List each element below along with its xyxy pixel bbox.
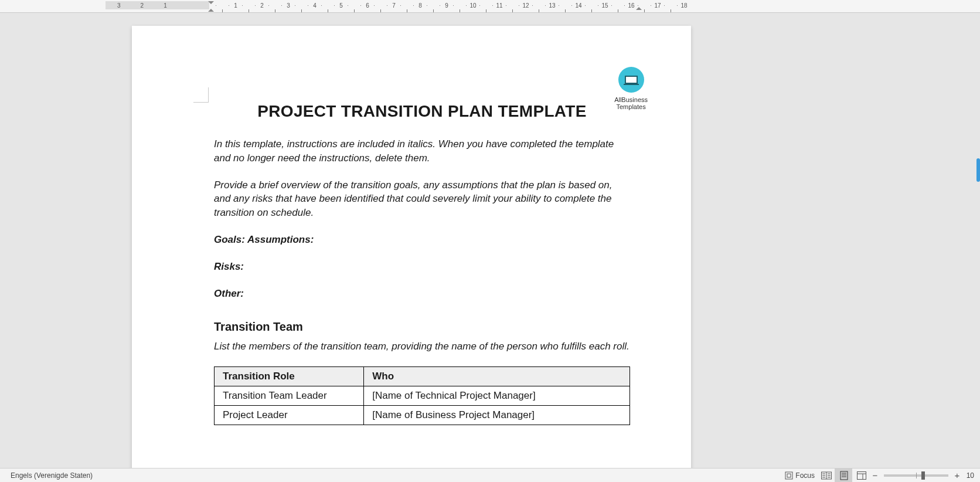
focus-icon — [785, 471, 793, 480]
print-layout-icon — [840, 471, 848, 480]
ruler-positive-ticks: 1 2 3 4 5 6 7 8 9 10 11 12 13 14 15 16 1… — [209, 0, 710, 11]
zoom-percent[interactable]: 10 — [962, 471, 976, 480]
svg-rect-1 — [787, 474, 791, 477]
ruler-negative-ticks: 3 2 1 — [117, 0, 167, 11]
ruler-tick: 7 — [392, 2, 396, 9]
table-cell-role[interactable]: Transition Team Leader — [215, 386, 364, 406]
document-page[interactable]: AllBusiness Templates PROJECT TRANSITION… — [132, 26, 691, 468]
ruler-tick: 2 — [260, 2, 264, 9]
document-title[interactable]: PROJECT TRANSITION PLAN TEMPLATE — [214, 102, 630, 121]
focus-mode-button[interactable]: Focus — [782, 469, 817, 483]
ruler-tick: 6 — [366, 2, 369, 9]
table-cell-who[interactable]: [Name of Technical Project Manager] — [364, 386, 630, 406]
transition-team-table[interactable]: Transition Role Who Transition Team Lead… — [214, 366, 630, 425]
table-header-role[interactable]: Transition Role — [215, 367, 364, 386]
language-status[interactable]: Engels (Verenigde Staten) — [11, 471, 93, 480]
risks-label[interactable]: Risks: — [214, 260, 630, 274]
ruler-tick: 13 — [549, 2, 555, 9]
ruler-tick: 1 — [234, 2, 237, 9]
ruler-tick: 16 — [628, 2, 634, 9]
print-layout-button[interactable] — [835, 469, 852, 483]
horizontal-ruler[interactable]: 3 2 1 1 2 3 4 5 6 7 8 9 10 11 12 13 14 1… — [0, 0, 980, 13]
intro-paragraph-1[interactable]: In this template, instructions are inclu… — [214, 137, 630, 165]
table-cell-role[interactable]: Project Leader — [215, 406, 364, 425]
status-bar: Engels (Verenigde Staten) Focus − + 10 — [0, 468, 980, 482]
ruler-tick: 12 — [522, 2, 529, 9]
ruler-tick: 10 — [469, 2, 476, 9]
svg-rect-14 — [857, 471, 866, 479]
zoom-out-button[interactable]: − — [870, 470, 880, 480]
table-header-row[interactable]: Transition Role Who — [215, 367, 630, 386]
ruler-tick: 3 — [117, 2, 121, 9]
other-label[interactable]: Other: — [214, 287, 630, 301]
transition-team-heading[interactable]: Transition Team — [214, 320, 630, 334]
ruler-tick: 9 — [445, 2, 448, 9]
table-cell-who[interactable]: [Name of Business Project Manager] — [364, 406, 630, 425]
svg-rect-0 — [785, 472, 792, 479]
zoom-in-button[interactable]: + — [952, 470, 962, 480]
zoom-slider[interactable] — [884, 474, 948, 477]
table-header-who[interactable]: Who — [364, 367, 630, 386]
ruler-tick: 11 — [496, 2, 502, 9]
ruler-tick: 15 — [601, 2, 608, 9]
ruler-tick: 4 — [313, 2, 317, 9]
ruler-tick: 2 — [141, 2, 144, 9]
vertical-scrollbar-thumb[interactable] — [976, 158, 980, 182]
read-mode-icon — [821, 471, 832, 480]
document-body[interactable]: PROJECT TRANSITION PLAN TEMPLATE In this… — [214, 102, 630, 425]
ruler-tick: 1 — [164, 2, 167, 9]
transition-team-intro[interactable]: List the members of the transition team,… — [214, 340, 630, 354]
svg-rect-10 — [841, 471, 848, 480]
web-layout-icon — [857, 471, 866, 480]
intro-paragraph-2[interactable]: Provide a brief overview of the transiti… — [214, 178, 630, 220]
ruler-tick: 3 — [287, 2, 290, 9]
read-mode-button[interactable] — [817, 469, 835, 483]
goals-assumptions-label[interactable]: Goals: Assumptions: — [214, 233, 630, 247]
table-row[interactable]: Project Leader [Name of Business Project… — [215, 406, 630, 425]
web-layout-button[interactable] — [852, 469, 870, 483]
ruler-tick: 5 — [339, 2, 343, 9]
document-canvas[interactable]: AllBusiness Templates PROJECT TRANSITION… — [0, 13, 980, 468]
ruler-tick: 18 — [680, 2, 687, 9]
logo-icon — [618, 67, 644, 93]
zoom-slider-thumb[interactable] — [921, 471, 925, 480]
ruler-tick: 14 — [575, 2, 581, 9]
table-row[interactable]: Transition Team Leader [Name of Technica… — [215, 386, 630, 406]
focus-label: Focus — [795, 471, 815, 480]
laptop-icon — [625, 76, 638, 84]
ruler-tick: 8 — [418, 2, 422, 9]
margin-corner-mark — [193, 87, 209, 103]
ruler-tick: 17 — [654, 2, 661, 9]
